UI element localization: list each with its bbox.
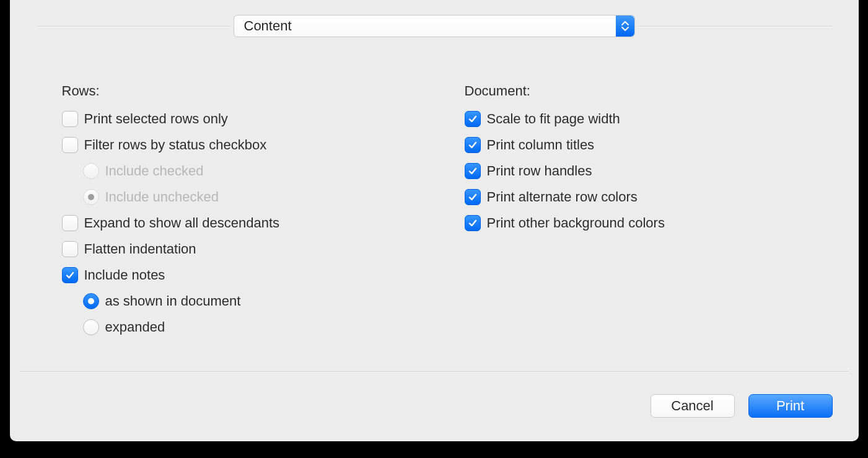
section-select-row: Content: [10, 15, 859, 37]
print-selected-rows-label: Print selected rows only: [84, 112, 228, 126]
notes-as-shown-label: as shown in document: [105, 294, 241, 308]
expand-descendants-label: Expand to show all descendants: [84, 216, 280, 230]
document-column: Document: Scale to fit page width Print …: [465, 83, 831, 345]
include-checked-radio: [83, 163, 99, 179]
print-options-sheet: Content Rows: Print selected rows only F…: [10, 0, 859, 441]
flatten-indentation-row: Flatten indentation: [62, 240, 440, 258]
footer-divider: [20, 371, 849, 372]
bg-colors-label: Print other background colors: [487, 216, 665, 230]
column-titles-row: Print column titles: [465, 136, 831, 154]
filter-by-status-checkbox[interactable]: [62, 137, 78, 153]
include-notes-label: Include notes: [84, 268, 165, 282]
rows-column: Rows: Print selected rows only Filter ro…: [62, 83, 440, 345]
include-notes-row: Include notes: [62, 266, 440, 284]
section-select-value: Content: [244, 18, 292, 34]
notes-as-shown-row: as shown in document: [62, 293, 440, 310]
print-selected-rows-row: Print selected rows only: [62, 110, 440, 128]
cancel-button[interactable]: Cancel: [651, 394, 735, 418]
notes-expanded-row: expanded: [62, 319, 440, 336]
scale-fit-row: Scale to fit page width: [465, 110, 831, 128]
include-unchecked-row: Include unchecked: [62, 188, 440, 206]
expand-descendants-checkbox[interactable]: [62, 215, 78, 231]
column-titles-checkbox[interactable]: [465, 137, 481, 153]
section-select[interactable]: Content: [234, 15, 635, 37]
include-unchecked-radio: [83, 189, 99, 205]
filter-by-status-row: Filter rows by status checkbox: [62, 136, 440, 154]
divider-right: [638, 26, 831, 27]
divider-left: [37, 26, 231, 27]
bg-colors-checkbox[interactable]: [465, 215, 481, 231]
expand-descendants-row: Expand to show all descendants: [62, 214, 440, 232]
notes-expanded-label: expanded: [105, 320, 165, 334]
chevron-up-down-icon: [616, 15, 634, 37]
cancel-button-label: Cancel: [671, 398, 713, 414]
row-handles-checkbox[interactable]: [465, 163, 481, 179]
bg-colors-row: Print other background colors: [465, 214, 831, 232]
row-handles-label: Print row handles: [487, 164, 592, 178]
notes-expanded-radio[interactable]: [83, 319, 99, 335]
alt-row-colors-row: Print alternate row colors: [465, 188, 831, 206]
flatten-indentation-checkbox[interactable]: [62, 241, 78, 257]
filter-by-status-label: Filter rows by status checkbox: [84, 138, 267, 152]
print-selected-rows-checkbox[interactable]: [62, 111, 78, 127]
document-section-label: Document:: [465, 83, 831, 99]
options-columns: Rows: Print selected rows only Filter ro…: [10, 37, 859, 345]
print-button-label: Print: [776, 398, 804, 414]
notes-as-shown-radio[interactable]: [83, 293, 99, 309]
include-notes-checkbox[interactable]: [62, 267, 78, 283]
alt-row-colors-checkbox[interactable]: [465, 189, 481, 205]
print-button[interactable]: Print: [748, 394, 833, 418]
include-unchecked-label: Include unchecked: [105, 190, 219, 204]
alt-row-colors-label: Print alternate row colors: [487, 190, 638, 204]
scale-fit-label: Scale to fit page width: [487, 112, 620, 126]
include-checked-row: Include checked: [62, 162, 440, 180]
row-handles-row: Print row handles: [465, 162, 831, 180]
footer-buttons: Cancel Print: [651, 394, 833, 418]
rows-section-label: Rows:: [62, 83, 440, 99]
scale-fit-checkbox[interactable]: [465, 111, 481, 127]
flatten-indentation-label: Flatten indentation: [84, 242, 196, 256]
column-titles-label: Print column titles: [487, 138, 595, 152]
include-checked-label: Include checked: [105, 164, 204, 178]
